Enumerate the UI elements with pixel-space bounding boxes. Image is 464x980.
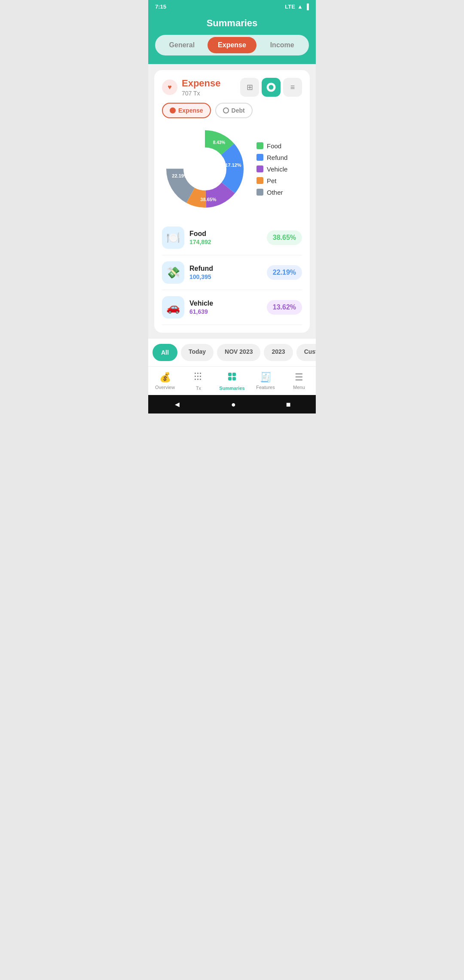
svg-text:8.43%: 8.43% [213, 140, 225, 145]
food-amount: 174,892 [189, 239, 262, 245]
tab-selector: General Expense Income [155, 35, 309, 55]
signal-icon: ▲ [297, 3, 303, 10]
food-pct: 38.65% [267, 230, 302, 245]
chip-expense-label: Expense [178, 107, 203, 114]
chip-debt-label: Debt [232, 107, 245, 114]
nav-tx-label: Tx [196, 386, 201, 391]
time-chip-2023[interactable]: 2023 [264, 344, 293, 361]
list-item[interactable]: 🍽️ Food 174,892 38.65% [162, 220, 302, 255]
nav-tx[interactable]: Tx [182, 370, 215, 392]
filter-view-btn[interactable]: ≡ [283, 78, 302, 97]
chip-dot-debt [223, 107, 229, 113]
legend-food: Food [256, 142, 287, 150]
refund-icon: 💸 [162, 261, 184, 284]
legend-pet: Pet [256, 177, 287, 184]
status-bar: 7:15 LTE ▲ ▐ [148, 0, 316, 13]
legend-dot-refund [256, 154, 263, 161]
nav-overview[interactable]: 💰 Overview [148, 370, 182, 392]
refund-name: Refund [189, 265, 262, 273]
table-view-btn[interactable]: ⊞ [240, 78, 259, 97]
expense-card: ♥ Expense 707 Tx ⊞ ≡ [154, 70, 310, 333]
chart-legend: Food Refund Vehicle Pet Other [256, 142, 287, 196]
back-btn[interactable]: ◄ [173, 400, 181, 409]
legend-other: Other [256, 189, 287, 196]
svg-rect-25 [232, 377, 236, 380]
legend-vehicle-label: Vehicle [267, 165, 287, 173]
svg-rect-18 [197, 379, 198, 380]
recents-btn[interactable]: ■ [286, 400, 291, 409]
tx-icon [194, 372, 203, 384]
header: Summaries General Expense Income [148, 13, 316, 64]
vehicle-icon: 🚗 [162, 296, 184, 318]
vehicle-name: Vehicle [189, 300, 262, 307]
svg-text:17.12%: 17.12% [225, 162, 241, 168]
time-chip-nov2023[interactable]: NOV 2023 [217, 344, 260, 361]
svg-rect-13 [195, 373, 196, 374]
time-chip-all[interactable]: All [153, 344, 177, 361]
system-nav: ◄ ● ■ [148, 395, 316, 413]
legend-dot-food [256, 142, 263, 149]
refund-info: Refund 100,395 [189, 265, 262, 280]
svg-rect-22 [228, 373, 232, 376]
card-subtitle: 707 Tx [182, 90, 221, 97]
legend-refund-label: Refund [267, 154, 287, 161]
chart-area: 38.65% 22.19% 13.62% 8.43% 17.12% Food [162, 126, 302, 212]
nav-overview-label: Overview [155, 385, 175, 390]
overview-icon: 💰 [159, 372, 171, 383]
bottom-nav: 💰 Overview Tx Summaries 🧾 Features ☰ [148, 366, 316, 395]
donut-chart: 38.65% 22.19% 13.62% 8.43% 17.12% [162, 126, 248, 212]
home-btn[interactable]: ● [231, 400, 236, 409]
legend-vehicle: Vehicle [256, 165, 287, 173]
nav-menu[interactable]: ☰ Menu [282, 370, 316, 392]
food-info: Food 174,892 [189, 230, 262, 245]
filter-chips: Expense Debt [162, 103, 302, 118]
legend-food-label: Food [267, 142, 281, 150]
battery-icon: ▐ [305, 3, 309, 10]
tab-income[interactable]: Income [257, 37, 307, 53]
card-header-left: ♥ Expense 707 Tx [162, 78, 221, 97]
donut-view-btn[interactable] [262, 78, 281, 97]
lte-icon: LTE [285, 3, 295, 10]
svg-rect-20 [200, 376, 201, 377]
page-title: Summaries [155, 18, 309, 29]
list-item[interactable]: 🚗 Vehicle 61,639 13.62% [162, 290, 302, 325]
nav-summaries[interactable]: Summaries [215, 370, 249, 392]
view-controls: ⊞ ≡ [240, 78, 302, 97]
card-header: ♥ Expense 707 Tx ⊞ ≡ [162, 78, 302, 97]
tab-general[interactable]: General [157, 37, 207, 53]
card-title-group: Expense 707 Tx [182, 78, 221, 97]
time-chip-custom[interactable]: Custom [296, 344, 316, 361]
svg-rect-23 [232, 373, 236, 376]
refund-amount: 100,395 [189, 273, 262, 280]
chip-debt[interactable]: Debt [215, 103, 253, 118]
menu-icon: ☰ [295, 372, 303, 383]
svg-rect-21 [200, 379, 201, 380]
legend-dot-other [256, 189, 263, 196]
svg-rect-24 [228, 377, 232, 380]
svg-rect-15 [195, 379, 196, 380]
svg-rect-17 [197, 376, 198, 377]
list-item[interactable]: 💸 Refund 100,395 22.19% [162, 255, 302, 290]
nav-features-label: Features [256, 385, 275, 390]
nav-features[interactable]: 🧾 Features [249, 370, 282, 392]
time-chip-today[interactable]: Today [181, 344, 214, 361]
main-content: ♥ Expense 707 Tx ⊞ ≡ [148, 64, 316, 339]
vehicle-info: Vehicle 61,639 [189, 300, 262, 315]
legend-refund: Refund [256, 154, 287, 161]
refund-pct: 22.19% [267, 265, 302, 280]
tab-expense[interactable]: Expense [208, 37, 257, 53]
nav-summaries-label: Summaries [219, 386, 244, 391]
card-title: Expense [182, 78, 221, 89]
vehicle-pct: 13.62% [267, 300, 302, 315]
chip-expense[interactable]: Expense [162, 103, 211, 118]
nav-menu-label: Menu [293, 385, 305, 390]
svg-point-7 [184, 148, 226, 190]
legend-dot-vehicle [256, 165, 263, 172]
time-filter-bar: All Today NOV 2023 2023 Custom [148, 339, 316, 366]
svg-rect-19 [200, 373, 201, 374]
svg-rect-14 [195, 376, 196, 377]
svg-text:38.65%: 38.65% [200, 197, 217, 202]
vehicle-amount: 61,639 [189, 308, 262, 315]
features-icon: 🧾 [260, 372, 272, 383]
heart-icon: ♥ [162, 80, 177, 95]
